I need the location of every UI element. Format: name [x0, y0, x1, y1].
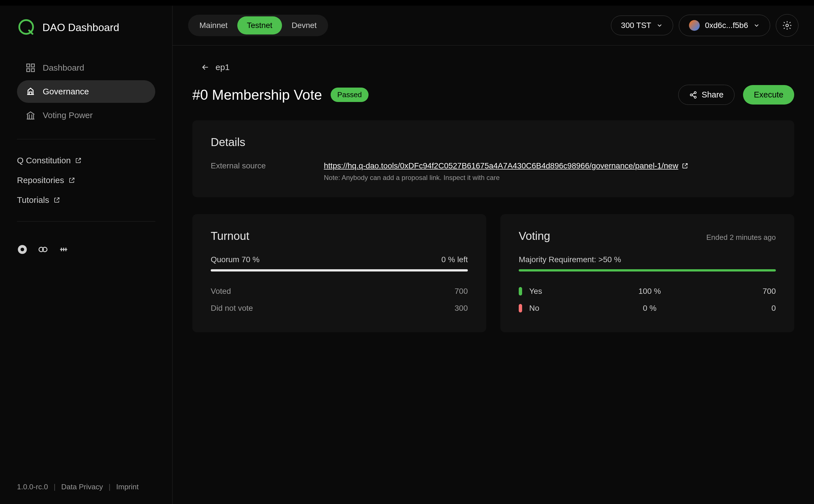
voting-card: Voting Ended 2 minutes ago Majority Requ…	[500, 214, 794, 332]
vote-yes-dot-icon	[519, 287, 522, 296]
network-mainnet[interactable]: Mainnet	[190, 16, 237, 34]
vote-yes-count: 700	[748, 287, 776, 296]
social-icon-2[interactable]	[38, 244, 48, 255]
notvoted-value: 300	[454, 304, 468, 313]
gear-icon	[782, 20, 792, 31]
version: 1.0.0-rc.0	[17, 483, 48, 491]
network-devnet[interactable]: Devnet	[282, 16, 326, 34]
external-icon	[68, 177, 75, 184]
voting-progress-fill	[519, 269, 776, 271]
external-link-label: Tutorials	[17, 195, 49, 205]
svg-point-6	[21, 248, 24, 251]
vote-no-row: No 0 % 0	[519, 300, 776, 317]
external-url-text: https://hq.q-dao.tools/0xDFc94f2C0527B61…	[324, 161, 678, 170]
sidebar-item-label: Voting Power	[43, 110, 93, 120]
share-label: Share	[702, 90, 724, 99]
voting-power-icon	[25, 110, 36, 120]
chevron-down-icon	[656, 22, 663, 29]
turnout-progress-fill	[211, 269, 468, 271]
page-title: #0 Membership Vote	[192, 87, 322, 103]
svg-rect-4	[31, 69, 34, 72]
data-privacy-link[interactable]: Data Privacy	[61, 483, 103, 491]
wallet-button[interactable]: 0xd6c...f5b6	[679, 15, 770, 36]
vote-yes-pct: 100 %	[559, 287, 741, 296]
governance-icon	[25, 86, 36, 97]
details-card: Details External source https://hq.q-dao…	[192, 120, 794, 197]
arrow-left-icon	[201, 63, 210, 72]
majority-label: Majority Requirement: >50 %	[519, 255, 621, 264]
social-icon-3[interactable]	[58, 244, 69, 255]
external-link-label: Repositories	[17, 175, 64, 185]
svg-rect-2	[31, 64, 34, 67]
settings-button[interactable]	[776, 14, 798, 37]
quorum-left: 0 % left	[441, 255, 468, 264]
external-link-label: Q Constitution	[17, 156, 71, 165]
external-icon	[75, 157, 82, 164]
social-links	[17, 244, 155, 255]
vote-yes-label: Yes	[529, 287, 552, 296]
breadcrumb[interactable]: ep1	[192, 62, 794, 72]
external-link-constitution[interactable]: Q Constitution	[17, 151, 155, 170]
svg-point-10	[694, 92, 696, 94]
voting-ended: Ended 2 minutes ago	[706, 233, 776, 242]
divider	[17, 139, 155, 139]
external-icon	[682, 162, 689, 169]
main: Mainnet Testnet Devnet 300 TST 0xd6c...f…	[172, 6, 814, 504]
details-title: Details	[211, 136, 776, 149]
sidebar-item-voting-power[interactable]: Voting Power	[17, 104, 155, 127]
external-source-link[interactable]: https://hq.q-dao.tools/0xDFc94f2C0527B61…	[324, 161, 689, 170]
voted-value: 700	[454, 287, 468, 296]
imprint-link[interactable]: Imprint	[116, 483, 138, 491]
svg-point-9	[786, 24, 789, 27]
external-link-tutorials[interactable]: Tutorials	[17, 190, 155, 210]
external-source-label: External source	[211, 161, 284, 182]
execute-label: Execute	[754, 90, 783, 99]
voting-title: Voting	[519, 230, 550, 242]
vote-no-count: 0	[748, 304, 776, 313]
sidebar-item-governance[interactable]: Governance	[17, 80, 155, 103]
balance-text: 300 TST	[621, 21, 652, 30]
execute-button[interactable]: Execute	[743, 85, 794, 105]
share-button[interactable]: Share	[678, 85, 735, 105]
voting-progress	[519, 269, 776, 271]
svg-point-12	[694, 96, 696, 98]
title-row: #0 Membership Vote Passed Share Execute	[192, 85, 794, 105]
chevron-down-icon	[753, 22, 760, 29]
wallet-address: 0xd6c...f5b6	[705, 21, 748, 30]
vote-no-dot-icon	[519, 304, 522, 312]
external-icon	[53, 197, 60, 203]
turnout-title: Turnout	[211, 230, 468, 242]
sidebar-item-label: Dashboard	[43, 63, 84, 73]
dashboard-icon	[25, 63, 36, 73]
sidebar-item-dashboard[interactable]: Dashboard	[17, 57, 155, 79]
vote-no-pct: 0 %	[559, 304, 741, 313]
social-icon-1[interactable]	[17, 244, 28, 255]
network-testnet[interactable]: Testnet	[237, 16, 282, 34]
vote-no-label: No	[529, 304, 552, 313]
external-link-repositories[interactable]: Repositories	[17, 170, 155, 190]
brand: DAO Dashboard	[17, 18, 155, 37]
notvoted-label: Did not vote	[211, 304, 253, 313]
breadcrumb-label: ep1	[216, 62, 230, 72]
wallet-avatar-icon	[689, 20, 700, 31]
content: ep1 #0 Membership Vote Passed Share Exec…	[172, 45, 814, 349]
network-switcher: Mainnet Testnet Devnet	[188, 15, 328, 36]
footer-links: 1.0.0-rc.0 | Data Privacy | Imprint	[17, 483, 155, 491]
topbar: Mainnet Testnet Devnet 300 TST 0xd6c...f…	[172, 6, 814, 45]
sidebar: DAO Dashboard Dashboard Governance Votin…	[0, 6, 172, 504]
brand-name: DAO Dashboard	[42, 22, 119, 34]
quorum-label: Quorum 70 %	[211, 255, 260, 264]
share-icon	[689, 91, 697, 99]
voted-label: Voted	[211, 287, 231, 296]
sidebar-item-label: Governance	[43, 87, 89, 96]
turnout-progress	[211, 269, 468, 271]
balance-button[interactable]: 300 TST	[611, 16, 674, 35]
status-badge: Passed	[331, 88, 369, 102]
external-note: Note: Anybody can add a proposal link. I…	[324, 174, 776, 182]
svg-rect-3	[27, 69, 30, 72]
svg-point-11	[690, 94, 692, 96]
logo-icon	[17, 18, 35, 37]
turnout-card: Turnout Quorum 70 % 0 % left Voted 700 D…	[192, 214, 486, 332]
svg-rect-1	[27, 64, 30, 67]
vote-yes-row: Yes 100 % 700	[519, 283, 776, 300]
